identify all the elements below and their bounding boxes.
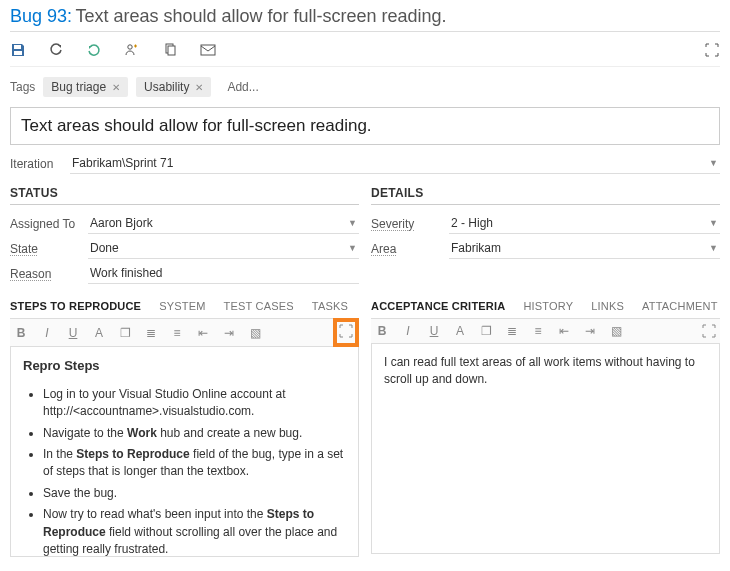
chevron-down-icon: ▼ <box>709 243 718 253</box>
assigned-to-label: Assigned To <box>10 217 88 231</box>
area-dropdown[interactable]: Fabrikam ▼ <box>449 238 720 259</box>
bold-icon[interactable]: B <box>375 324 389 338</box>
bullets-icon[interactable]: ≣ <box>144 326 158 340</box>
underline-icon[interactable]: U <box>427 324 441 338</box>
iteration-dropdown[interactable]: Fabrikam\Sprint 71 ▼ <box>70 153 720 174</box>
acceptance-text: I can read full text areas of all work i… <box>384 355 695 386</box>
svg-rect-5 <box>201 45 215 55</box>
close-icon[interactable]: ✕ <box>112 82 120 93</box>
outdent-icon[interactable]: ⇤ <box>196 326 210 340</box>
list-item: Log in to your Visual Studio Online acco… <box>43 386 346 421</box>
acceptance-criteria-editor[interactable]: I can read full text areas of all work i… <box>371 344 720 554</box>
iteration-row: Iteration Fabrikam\Sprint 71 ▼ <box>10 145 720 180</box>
tab-history[interactable]: HISTORY <box>523 300 573 312</box>
add-tag-button[interactable]: Add... <box>219 77 266 97</box>
chevron-down-icon: ▼ <box>709 158 718 168</box>
state-label: State <box>10 242 88 256</box>
fullscreen-icon[interactable] <box>704 42 720 58</box>
svg-rect-0 <box>14 45 21 49</box>
area-label: Area <box>371 242 449 256</box>
tab-tasks[interactable]: TASKS <box>312 300 348 312</box>
underline-icon[interactable]: U <box>66 326 80 340</box>
repro-steps-editor[interactable]: Repro Steps Log in to your Visual Studio… <box>10 347 359 557</box>
tab-test-cases[interactable]: TEST CASES <box>224 300 294 312</box>
numbers-icon[interactable]: ≡ <box>531 324 545 338</box>
tag-bug-triage[interactable]: Bug triage ✕ <box>43 77 128 97</box>
tab-steps-to-reproduce[interactable]: STEPS TO REPRODUCE <box>10 300 141 312</box>
italic-icon[interactable]: I <box>401 324 415 338</box>
chevron-down-icon: ▼ <box>348 243 357 253</box>
bold-icon[interactable]: B <box>14 326 28 340</box>
work-item-header: Bug 93: Text areas should allow for full… <box>10 4 720 32</box>
bug-id-link[interactable]: Bug 93: <box>10 6 72 26</box>
reason-value: Work finished <box>90 266 162 280</box>
indent-icon[interactable]: ⇥ <box>222 326 236 340</box>
assigned-to-dropdown[interactable]: Aaron Bjork ▼ <box>88 213 359 234</box>
rich-text-toolbar-left: B I U A ❐ ≣ ≡ ⇤ ⇥ ▧ <box>10 319 359 347</box>
copy-icon[interactable] <box>162 42 178 58</box>
bullets-icon[interactable]: ≣ <box>505 324 519 338</box>
tag-label: Usability <box>144 80 189 94</box>
iteration-value: Fabrikam\Sprint 71 <box>72 156 173 170</box>
tab-attachment[interactable]: ATTACHMENT <box>642 300 718 312</box>
bug-title-text: Text areas should allow for full-screen … <box>75 6 446 26</box>
action-toolbar <box>10 32 720 67</box>
numbers-icon[interactable]: ≡ <box>170 326 184 340</box>
svg-rect-1 <box>14 51 22 55</box>
right-tabs: ACCEPTANCE CRITERIA HISTORY LINKS ATTACH… <box>371 292 720 319</box>
repro-heading: Repro Steps <box>23 357 346 376</box>
tags-row: Tags Bug triage ✕ Usability ✕ Add... <box>10 67 720 107</box>
save-icon[interactable] <box>10 42 26 58</box>
fullscreen-highlight-box <box>333 318 359 347</box>
area-value: Fabrikam <box>451 241 501 255</box>
indent-icon[interactable]: ⇥ <box>583 324 597 338</box>
chevron-down-icon: ▼ <box>709 218 718 228</box>
editor-fullscreen-icon[interactable] <box>702 324 716 338</box>
chevron-down-icon: ▼ <box>348 218 357 228</box>
tab-system[interactable]: SYSTEM <box>159 300 205 312</box>
undo-icon[interactable] <box>86 42 102 58</box>
severity-label: Severity <box>371 217 449 231</box>
font-color-icon[interactable]: A <box>92 326 106 340</box>
title-input[interactable] <box>10 107 720 145</box>
highlight-icon[interactable]: ❐ <box>479 324 493 338</box>
assign-icon[interactable] <box>124 42 140 58</box>
tab-acceptance-criteria[interactable]: ACCEPTANCE CRITERIA <box>371 300 505 312</box>
svg-rect-4 <box>168 46 175 55</box>
status-heading: STATUS <box>10 180 359 205</box>
list-item: In the Steps to Reproduce field of the b… <box>43 446 346 481</box>
italic-icon[interactable]: I <box>40 326 54 340</box>
tab-links[interactable]: LINKS <box>591 300 624 312</box>
severity-dropdown[interactable]: 2 - High ▼ <box>449 213 720 234</box>
email-icon[interactable] <box>200 42 216 58</box>
list-item: Now try to read what's been input into t… <box>43 506 346 557</box>
tags-label: Tags <box>10 80 35 94</box>
assigned-to-value: Aaron Bjork <box>90 216 153 230</box>
image-icon[interactable]: ▧ <box>248 326 262 340</box>
font-color-icon[interactable]: A <box>453 324 467 338</box>
tag-usability[interactable]: Usability ✕ <box>136 77 211 97</box>
list-item: Navigate to the Work hub and create a ne… <box>43 425 346 442</box>
reason-field[interactable]: Work finished <box>88 263 359 284</box>
list-item: Save the bug. <box>43 485 346 502</box>
iteration-label: Iteration <box>10 157 70 171</box>
svg-point-2 <box>128 45 132 49</box>
state-dropdown[interactable]: Done ▼ <box>88 238 359 259</box>
state-value: Done <box>90 241 119 255</box>
repro-list: Log in to your Visual Studio Online acco… <box>23 386 346 557</box>
image-icon[interactable]: ▧ <box>609 324 623 338</box>
rich-text-toolbar-right: B I U A ❐ ≣ ≡ ⇤ ⇥ ▧ <box>371 319 720 344</box>
refresh-icon[interactable] <box>48 42 64 58</box>
highlight-icon[interactable]: ❐ <box>118 326 132 340</box>
tag-label: Bug triage <box>51 80 106 94</box>
outdent-icon[interactable]: ⇤ <box>557 324 571 338</box>
editor-fullscreen-icon[interactable] <box>339 324 353 338</box>
close-icon[interactable]: ✕ <box>195 82 203 93</box>
severity-value: 2 - High <box>451 216 493 230</box>
details-heading: DETAILS <box>371 180 720 205</box>
reason-label: Reason <box>10 267 88 281</box>
left-tabs: STEPS TO REPRODUCE SYSTEM TEST CASES TAS… <box>10 292 359 319</box>
